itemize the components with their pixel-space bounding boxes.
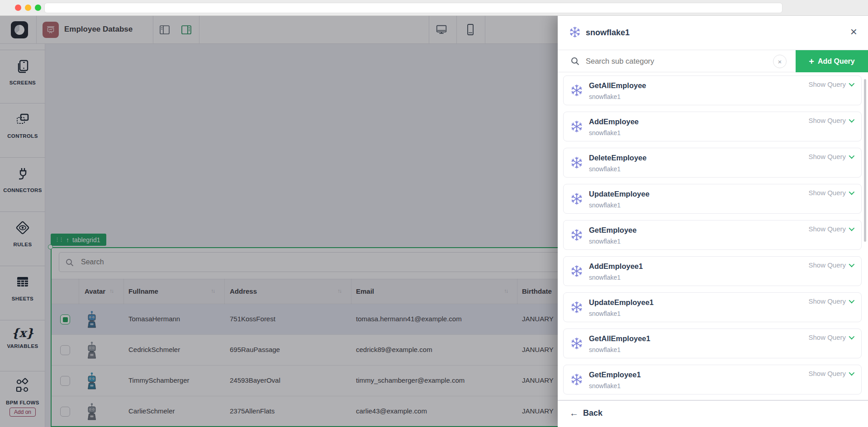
show-query-label: Show Query	[808, 153, 846, 160]
chevron-down-icon	[849, 262, 855, 267]
show-query-label: Show Query	[808, 80, 846, 88]
query-name: DeleteEmployee	[589, 154, 646, 162]
snowflake-icon	[570, 337, 583, 350]
show-query-label: Show Query	[808, 333, 846, 341]
query-name: GetAllEmployee	[589, 81, 646, 90]
add-query-button[interactable]: + Add Query	[796, 50, 868, 72]
back-label: Back	[583, 408, 602, 418]
show-query-toggle[interactable]: Show Query	[808, 297, 853, 305]
snowflake-icon	[570, 84, 583, 97]
chevron-down-icon	[849, 81, 855, 87]
query-name: GetAllEmployee1	[589, 334, 650, 343]
query-connector-name: snowflake1	[589, 382, 621, 389]
show-query-label: Show Query	[808, 297, 846, 305]
query-connector-name: snowflake1	[589, 346, 621, 353]
query-connector-name: snowflake1	[589, 310, 621, 317]
show-query-toggle[interactable]: Show Query	[808, 333, 853, 341]
macos-titlebar	[0, 0, 868, 16]
query-connector-name: snowflake1	[589, 202, 621, 209]
query-list-item[interactable]: AddEmployee snowflake1 Show Query	[563, 112, 862, 141]
connector-query-panel: snowflake1 × × + Add Query GetAllEmploye…	[558, 16, 868, 427]
snowflake-icon	[570, 300, 583, 314]
query-name: UpdateEmployee1	[589, 298, 654, 307]
snowflake-icon	[570, 373, 583, 386]
add-query-label: Add Query	[818, 57, 855, 66]
show-query-toggle[interactable]: Show Query	[808, 153, 853, 160]
query-name: UpdateEmployee	[589, 190, 650, 198]
show-query-label: Show Query	[808, 261, 846, 269]
query-name: GetEmployee	[589, 226, 636, 235]
chevron-down-icon	[849, 298, 855, 304]
query-list-item[interactable]: GetAllEmployee1 snowflake1 Show Query	[563, 328, 862, 358]
query-list-item[interactable]: GetAllEmployee snowflake1 Show Query	[563, 75, 862, 105]
chevron-down-icon	[849, 370, 855, 376]
query-list-item[interactable]: AddEmployee1 snowflake1 Show Query	[563, 256, 862, 286]
chevron-down-icon	[849, 117, 855, 123]
query-connector-name: snowflake1	[589, 129, 621, 136]
browser-address-bar[interactable]	[44, 3, 783, 13]
query-list: GetAllEmployee snowflake1 Show Query Add…	[563, 75, 863, 401]
panel-header: snowflake1 ×	[558, 16, 868, 50]
query-connector-name: snowflake1	[589, 165, 621, 173]
snowflake-icon	[569, 26, 581, 38]
chevron-down-icon	[849, 225, 855, 231]
panel-title: snowflake1	[586, 28, 630, 38]
show-query-label: Show Query	[808, 225, 846, 233]
snowflake-icon	[570, 120, 583, 133]
snowflake-icon	[570, 228, 583, 242]
query-connector-name: snowflake1	[589, 274, 621, 281]
snowflake-icon	[570, 192, 583, 206]
show-query-toggle[interactable]: Show Query	[808, 370, 853, 377]
show-query-toggle[interactable]: Show Query	[808, 225, 853, 233]
modal-dim-overlay	[0, 16, 558, 427]
query-connector-name: snowflake1	[589, 93, 621, 100]
show-query-toggle[interactable]: Show Query	[808, 261, 853, 269]
back-arrow-icon: ←	[569, 408, 579, 418]
query-list-item[interactable]: GetEmployee1 snowflake1 Show Query	[563, 365, 862, 394]
clear-search-icon[interactable]: ×	[773, 55, 787, 68]
panel-search-row: × + Add Query	[558, 50, 868, 72]
show-query-toggle[interactable]: Show Query	[808, 117, 853, 124]
chevron-down-icon	[849, 189, 855, 195]
query-name: GetEmployee1	[589, 371, 641, 379]
chevron-down-icon	[849, 334, 855, 340]
query-list-item[interactable]: UpdateEmployee snowflake1 Show Query	[563, 184, 862, 214]
query-name: AddEmployee1	[589, 262, 643, 271]
show-query-label: Show Query	[808, 370, 846, 377]
footer-divider	[558, 400, 868, 401]
show-query-toggle[interactable]: Show Query	[808, 80, 853, 88]
chevron-down-icon	[849, 153, 855, 159]
snowflake-icon	[570, 156, 583, 169]
close-icon[interactable]: ×	[850, 26, 857, 38]
show-query-label: Show Query	[808, 117, 846, 124]
query-list-item[interactable]: GetEmployee snowflake1 Show Query	[563, 220, 862, 250]
sub-category-search-input[interactable]	[585, 53, 775, 69]
show-query-label: Show Query	[808, 189, 846, 197]
plus-icon: +	[809, 57, 814, 66]
query-list-item[interactable]: UpdateEmployee1 snowflake1 Show Query	[563, 292, 862, 322]
snowflake-icon	[570, 264, 583, 278]
close-window-button[interactable]	[15, 5, 21, 11]
query-list-item[interactable]: DeleteEmployee snowflake1 Show Query	[563, 148, 862, 178]
search-icon	[570, 56, 580, 66]
back-button[interactable]: ← Back	[569, 408, 602, 418]
show-query-toggle[interactable]: Show Query	[808, 189, 853, 197]
app-window: 020406080JanFebMarAprOctY Axis TitleX Ax…	[0, 0, 868, 427]
maximize-window-button[interactable]	[35, 5, 41, 11]
query-name: AddEmployee	[589, 117, 639, 126]
minimize-window-button[interactable]	[25, 5, 31, 11]
panel-scrollbar[interactable]	[864, 79, 866, 242]
query-connector-name: snowflake1	[589, 238, 621, 245]
